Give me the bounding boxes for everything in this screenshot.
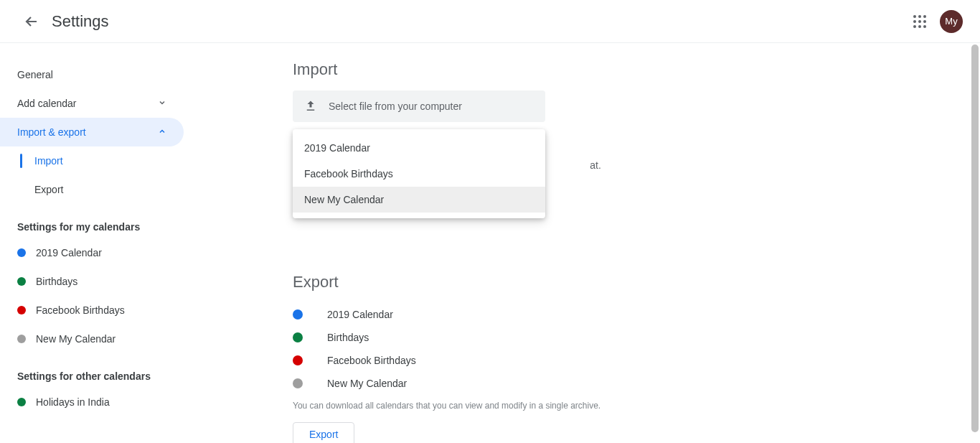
sidebar-label-general: General xyxy=(17,69,53,80)
calendar-color-dot xyxy=(293,309,303,320)
sidebar-calendar-item[interactable]: Birthdays xyxy=(0,267,184,296)
sidebar-label-export: Export xyxy=(34,184,63,195)
dropdown-option[interactable]: New My Calendar xyxy=(293,187,545,213)
calendar-color-dot xyxy=(17,306,26,314)
scrollbar-thumb[interactable] xyxy=(971,45,979,432)
svg-point-0 xyxy=(913,15,916,18)
svg-point-7 xyxy=(918,25,921,28)
sidebar-calendar-item[interactable]: Holidays in India xyxy=(0,388,184,416)
main-content: Import Select file from your computer Yo… xyxy=(184,43,980,443)
dropdown-option[interactable]: Facebook Birthdays xyxy=(293,161,545,187)
calendar-color-dot xyxy=(293,378,303,388)
dropdown-option-label: 2019 Calendar xyxy=(304,142,370,154)
sidebar-item-import-export[interactable]: Import & export xyxy=(0,118,184,146)
export-calendar-label: 2019 Calendar xyxy=(327,309,393,320)
calendar-label: Birthdays xyxy=(36,276,77,287)
add-to-calendar-dropdown: 2019 Calendar Facebook Birthdays New My … xyxy=(293,129,545,218)
svg-point-1 xyxy=(918,15,921,18)
sidebar-label-import: Import xyxy=(34,155,63,167)
select-file-label: Select file from your computer xyxy=(329,101,462,112)
google-apps-button[interactable] xyxy=(905,7,934,36)
sidebar-section-my-calendars: Settings for my calendars xyxy=(0,204,184,238)
export-section-title: Export xyxy=(293,273,951,292)
page-title: Settings xyxy=(52,12,109,31)
calendar-color-dot xyxy=(17,248,26,257)
sidebar-calendar-item[interactable]: New My Calendar xyxy=(0,325,184,353)
export-calendar-label: Birthdays xyxy=(327,332,369,343)
calendar-label: Holidays in India xyxy=(36,396,110,408)
svg-point-3 xyxy=(913,20,916,23)
calendar-color-dot xyxy=(293,355,303,365)
arrow-left-icon xyxy=(23,13,40,30)
account-avatar[interactable]: My xyxy=(940,10,963,33)
calendar-label: New My Calendar xyxy=(36,333,116,345)
select-file-button[interactable]: Select file from your computer xyxy=(293,90,545,122)
export-calendar-item: New My Calendar xyxy=(293,372,951,395)
settings-sidebar: General Add calendar Import & export Imp… xyxy=(0,43,184,443)
svg-point-6 xyxy=(913,25,916,28)
calendar-color-dot xyxy=(17,335,26,343)
sidebar-calendar-item[interactable]: 2019 Calendar xyxy=(0,238,184,267)
export-calendar-label: Facebook Birthdays xyxy=(327,355,416,366)
export-calendar-item: 2019 Calendar xyxy=(293,303,951,326)
app-header: Settings My xyxy=(0,0,980,43)
export-calendar-item: Facebook Birthdays xyxy=(293,349,951,372)
calendar-color-dot xyxy=(17,398,26,406)
upload-icon xyxy=(304,100,317,113)
back-button[interactable] xyxy=(17,7,46,36)
import-section-title: Import xyxy=(293,60,951,79)
apps-grid-icon xyxy=(913,15,926,28)
chevron-up-icon xyxy=(158,126,166,138)
sidebar-item-general[interactable]: General xyxy=(0,60,184,89)
calendar-color-dot xyxy=(17,277,26,286)
export-button[interactable]: Export xyxy=(293,422,354,443)
dropdown-option-label: New My Calendar xyxy=(304,194,384,205)
export-calendar-list: 2019 Calendar Birthdays Facebook Birthda… xyxy=(293,303,951,395)
calendar-label: Facebook Birthdays xyxy=(36,304,125,316)
svg-point-5 xyxy=(923,20,926,23)
chevron-down-icon xyxy=(158,98,166,109)
svg-point-4 xyxy=(918,20,921,23)
sidebar-subitem-import[interactable]: Import xyxy=(0,146,184,175)
sidebar-section-other-calendars: Settings for other calendars xyxy=(0,353,184,388)
sidebar-label-import-export: Import & export xyxy=(17,126,86,138)
export-calendar-item: Birthdays xyxy=(293,326,951,349)
sidebar-item-add-calendar[interactable]: Add calendar xyxy=(0,89,184,118)
dropdown-option-label: Facebook Birthdays xyxy=(304,168,393,179)
calendar-label: 2019 Calendar xyxy=(36,247,102,258)
sidebar-label-add-calendar: Add calendar xyxy=(17,98,77,109)
sidebar-calendar-item[interactable]: Facebook Birthdays xyxy=(0,296,184,325)
calendar-color-dot xyxy=(293,332,303,342)
svg-point-8 xyxy=(923,25,926,28)
sidebar-subitem-export[interactable]: Export xyxy=(0,175,184,204)
svg-point-2 xyxy=(923,15,926,18)
export-calendar-label: New My Calendar xyxy=(327,378,407,389)
dropdown-option[interactable]: 2019 Calendar xyxy=(293,135,545,161)
export-caption: You can download all calendars that you … xyxy=(293,401,951,411)
